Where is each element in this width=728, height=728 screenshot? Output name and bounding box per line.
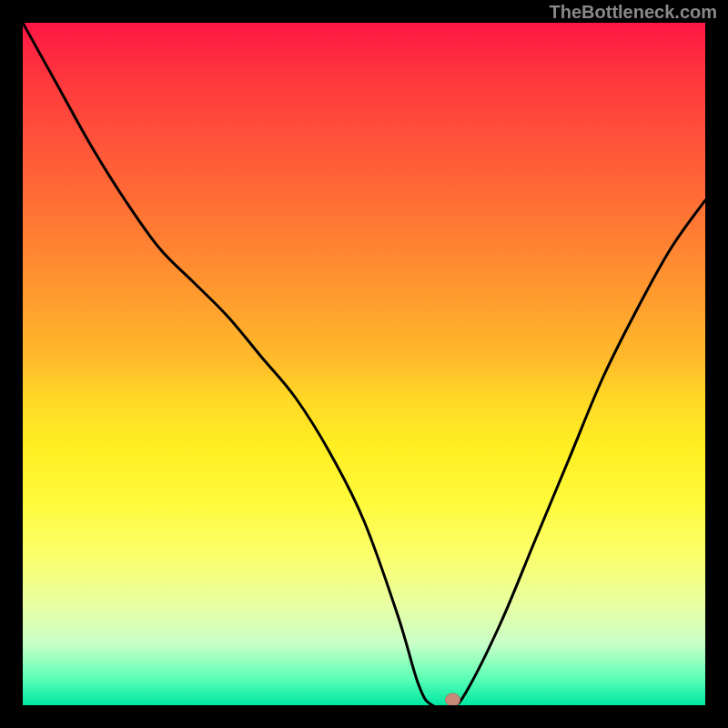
chart-container: TheBottleneck.com [0,0,728,728]
plot-area [23,23,705,705]
chart-svg [23,23,705,705]
curve-line [23,23,705,705]
watermark-text: TheBottleneck.com [550,2,717,23]
marker-dot [446,693,460,705]
